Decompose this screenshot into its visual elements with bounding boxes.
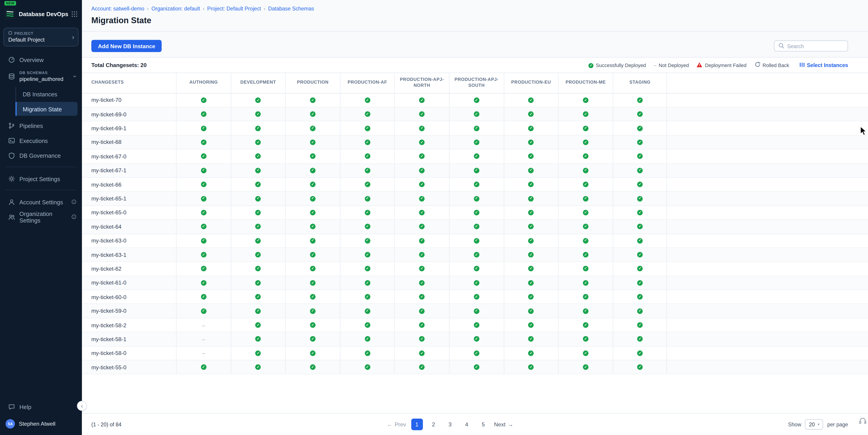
deployed-check-icon: ✓ <box>583 139 588 145</box>
status-cell: ✓ <box>230 135 285 149</box>
status-cell: ✓ <box>176 361 230 374</box>
sidebar-item-project-settings[interactable]: Project Settings <box>0 171 82 186</box>
project-selector[interactable]: PROJECT Default Project › <box>3 28 79 46</box>
sidebar-item-executions[interactable]: Executions <box>0 133 82 148</box>
deployed-check-icon: ✓ <box>528 308 534 314</box>
status-cell: ✓ <box>558 262 613 275</box>
add-db-instance-button[interactable]: Add New DB Instance <box>91 40 162 52</box>
deployed-check-icon: ✓ <box>528 139 534 145</box>
sidebar-collapse-button[interactable]: ‹ <box>77 401 87 411</box>
deployed-check-icon: ✓ <box>474 336 479 342</box>
deployed-check-icon: ✓ <box>583 125 588 131</box>
status-cell: ✓ <box>285 121 340 135</box>
column-header: PRODUCTION-EU <box>503 73 558 93</box>
status-cell: ✓ <box>449 121 503 135</box>
deployed-check-icon: ✓ <box>419 336 425 342</box>
chevron-down-icon: ▾ <box>817 422 819 427</box>
sidebar-item-db-governance[interactable]: DB Governance <box>0 148 82 163</box>
deployed-check-icon: ✓ <box>419 112 425 117</box>
app-launcher-grid-icon[interactable] <box>71 11 78 17</box>
search-input[interactable] <box>787 43 843 49</box>
deployed-check-icon: ✓ <box>528 350 534 356</box>
deployed-check-icon: ✓ <box>528 125 534 131</box>
breadcrumb-link[interactable]: Database Schemas <box>268 5 314 11</box>
status-cell: ✓ <box>503 93 558 107</box>
user-menu[interactable]: SA Stephen Atwell <box>0 414 82 432</box>
breadcrumb-link[interactable]: Project: Default Project <box>207 5 261 11</box>
status-cell: ✓ <box>558 206 613 219</box>
sidebar-header: NEW Database DevOps <box>0 0 82 23</box>
prev-page-button[interactable]: ←Prev <box>387 422 406 428</box>
deployed-check-icon: ✓ <box>637 168 643 173</box>
deployed-check-icon: ✓ <box>419 139 425 145</box>
page-button-5[interactable]: 5 <box>477 418 489 430</box>
deployed-check-icon: ✓ <box>474 350 479 356</box>
not-deployed-dash-icon: – <box>202 350 205 356</box>
deployed-check-icon: ✓ <box>528 365 534 370</box>
page-button-3[interactable]: 3 <box>444 418 456 430</box>
deployed-check-icon: ✓ <box>637 224 643 229</box>
page-button-1[interactable]: 1 <box>411 418 423 430</box>
table-row: my-ticket-59-0✓✓✓✓✓✓✓✓✓ <box>82 304 868 318</box>
deployed-check-icon: ✓ <box>255 224 261 229</box>
app-window: NEW Database DevOps PROJECT Default Proj… <box>0 0 868 435</box>
deployed-check-icon: ✓ <box>201 294 206 300</box>
deployed-check-icon: ✓ <box>255 112 261 117</box>
deployed-check-icon: ✓ <box>255 139 261 145</box>
sidebar-item-overview[interactable]: Overview <box>0 52 82 67</box>
status-cell: ✓ <box>285 206 340 219</box>
page-size-select[interactable]: 20 ▾ <box>805 419 824 430</box>
status-cell: ✓ <box>285 234 340 247</box>
search-box[interactable] <box>774 40 848 52</box>
info-icon <box>71 214 76 219</box>
deployed-check-icon: ✓ <box>310 252 315 257</box>
status-cell: ✓ <box>394 276 449 289</box>
status-cell: ✓ <box>340 121 394 135</box>
deployed-check-icon: ✓ <box>528 210 534 215</box>
deployed-check-icon: ✓ <box>474 168 479 173</box>
column-header: PRODUCTION <box>285 73 340 93</box>
chevron-down-icon: › <box>72 75 79 77</box>
deployed-check-icon: ✓ <box>583 112 588 117</box>
status-cell: ✓ <box>503 206 558 219</box>
next-page-button[interactable]: Next→ <box>494 422 513 428</box>
deployed-check-icon: ✓ <box>310 168 315 173</box>
sidebar: NEW Database DevOps PROJECT Default Proj… <box>0 0 82 435</box>
deployed-check-icon: ✓ <box>365 322 370 328</box>
status-cell: ✓ <box>230 121 285 135</box>
sidebar-item-organization-settings[interactable]: Organization Settings <box>0 209 82 224</box>
breadcrumb-link[interactable]: Organization: default <box>151 5 200 11</box>
status-cell: ✓ <box>394 164 449 177</box>
deployed-check-icon: ✓ <box>419 224 425 229</box>
sidebar-item-pipelines[interactable]: Pipelines <box>0 118 82 133</box>
sidebar-item-db-instances[interactable]: DB Instances <box>16 87 78 101</box>
deployed-check-icon: ✓ <box>637 139 643 145</box>
status-cell: ✓ <box>285 135 340 149</box>
breadcrumb-link[interactable]: Account: satwell-demo <box>91 5 144 11</box>
table-row: my-ticket-60-0✓✓✓✓✓✓✓✓✓ <box>82 290 868 304</box>
status-cell: ✓ <box>285 178 340 191</box>
status-cell: ✓ <box>230 206 285 219</box>
status-cell: ✓ <box>613 178 667 191</box>
page-size-group: Show 20 ▾ per page <box>788 419 848 430</box>
status-cell: ✓ <box>503 290 558 304</box>
sidebar-item-db-schemas[interactable]: DB SCHEMAS pipeline_authored › <box>0 67 82 86</box>
help-button[interactable]: Help <box>0 399 82 414</box>
select-instances-button[interactable]: Select Instances <box>799 62 848 68</box>
status-cell: ✓ <box>503 178 558 191</box>
sidebar-item-migration-state[interactable]: Migration State <box>16 102 78 116</box>
status-cell: ✓ <box>340 290 394 304</box>
deployed-check-icon: ✓ <box>637 125 643 131</box>
status-cell: ✓ <box>503 220 558 233</box>
status-cell: ✓ <box>394 206 449 219</box>
table-header-row: CHANGESETSAUTHORINGDEVELOPMENTPRODUCTION… <box>82 73 868 93</box>
status-cell: ✓ <box>613 192 667 205</box>
status-cell: ✓ <box>558 290 613 304</box>
status-cell: ✓ <box>230 304 285 318</box>
support-headset-icon[interactable] <box>859 417 867 425</box>
deployed-check-icon: ✓ <box>419 322 425 328</box>
page-button-4[interactable]: 4 <box>461 418 472 430</box>
status-cell: ✓ <box>285 318 340 332</box>
sidebar-item-account-settings[interactable]: Account Settings <box>0 194 82 209</box>
page-button-2[interactable]: 2 <box>428 418 439 430</box>
